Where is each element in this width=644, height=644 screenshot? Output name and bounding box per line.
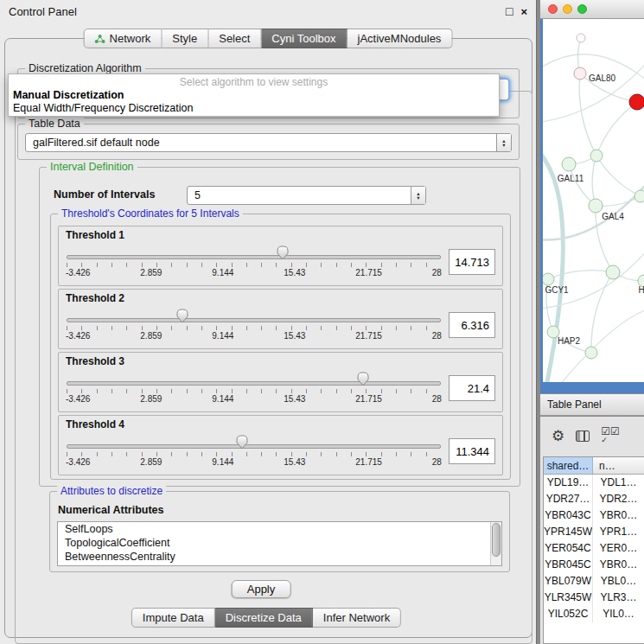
tick-label: 21.715 — [355, 457, 382, 467]
column-selector-icon[interactable] — [576, 430, 590, 442]
table-row[interactable]: YPR145W YPR1… — [544, 524, 644, 540]
attributes-list[interactable]: SelfLoops TopologicalCoefficient Between… — [57, 521, 502, 566]
table-cell[interactable]: YBR0… — [593, 507, 644, 524]
list-item[interactable]: TopologicalCoefficient — [58, 536, 501, 550]
table-cell[interactable]: YDR2… — [593, 491, 644, 507]
threshold-value-field[interactable]: 14.713 — [449, 249, 495, 275]
list-item[interactable]: SelfLoops — [58, 522, 501, 536]
scrollbar-thumb[interactable] — [492, 523, 501, 557]
slider-thumb[interactable] — [176, 309, 188, 323]
network-node[interactable] — [606, 265, 620, 279]
table-row[interactable]: YBL079W YBL0… — [544, 573, 644, 590]
tab-network[interactable]: Network — [84, 29, 163, 48]
table-cell[interactable]: YBL0… — [593, 573, 644, 590]
group-label: Threshold's Coordinates for 5 Intervals — [58, 207, 243, 220]
threshold-slider[interactable]: -3.426 2.859 9.144 15.43 21.715 28 — [66, 431, 442, 471]
table-cell[interactable]: YIL0… — [593, 606, 644, 622]
table-row[interactable]: YIL052C YIL0… — [544, 606, 644, 622]
control-panel-window: Control Panel □ × Network Style S — [0, 0, 537, 644]
table-data-combobox[interactable]: galFiltered.sif default node ▴▾ — [25, 133, 512, 152]
tab-select[interactable]: Select — [208, 29, 261, 48]
close-traffic-light[interactable] — [548, 4, 558, 14]
network-canvas[interactable]: GAL80GAL11GAL4GCY1HHAP2 — [543, 19, 644, 382]
threshold-value-field[interactable]: 11.344 — [449, 438, 495, 464]
combobox-value: 5 — [188, 189, 411, 201]
table-cell[interactable]: YBR043C — [544, 507, 593, 524]
table-cell[interactable]: YER054C — [544, 540, 593, 557]
network-node[interactable] — [634, 190, 644, 202]
slider-track[interactable] — [67, 444, 441, 449]
tab-impute-data[interactable]: Impute Data — [131, 608, 215, 628]
network-edge[interactable] — [548, 271, 613, 279]
minimize-traffic-light[interactable] — [563, 4, 572, 14]
tab-discretize-data[interactable]: Discretize Data — [215, 608, 313, 628]
table-row[interactable]: YER054C YER0… — [544, 540, 644, 557]
threshold-value-field[interactable]: 21.4 — [449, 375, 495, 401]
tab-cyni-toolbox[interactable]: Cyni Toolbox — [261, 29, 347, 48]
table-cell[interactable]: YLR3… — [593, 590, 644, 606]
network-node[interactable] — [543, 273, 554, 285]
threshold-slider[interactable]: -3.426 2.859 9.144 15.43 21.715 28 — [66, 305, 442, 345]
table-cell[interactable]: YDR27… — [544, 491, 593, 507]
tab-jactivemnodules[interactable]: jActiveMNodules — [348, 29, 453, 48]
control-panel-titlebar[interactable]: Control Panel □ × — [0, 0, 536, 22]
group-label: Table Data — [25, 118, 84, 131]
combobox-stepper-icon[interactable]: ▴▾ — [496, 134, 511, 151]
network-edge[interactable] — [592, 156, 596, 206]
node-attribute-table[interactable]: shared… n… YDL19… YDL1… YDR27… YDR2… YBR… — [543, 456, 644, 644]
slider-track[interactable] — [67, 381, 441, 386]
table-row[interactable]: YDL19… YDL1… — [544, 475, 644, 491]
threshold-value-field[interactable]: 6.316 — [449, 312, 495, 338]
table-cell[interactable]: YPR145W — [544, 524, 593, 540]
slider-thumb[interactable] — [357, 372, 369, 386]
table-cell[interactable]: YBL079W — [544, 573, 593, 590]
table-cell[interactable]: YDL19… — [544, 475, 593, 491]
threshold-slider[interactable]: -3.426 2.859 9.144 15.43 21.715 28 — [66, 242, 442, 282]
combobox-stepper-icon[interactable]: ▴▾ — [411, 187, 425, 204]
slider-track[interactable] — [67, 318, 441, 322]
network-node[interactable] — [629, 94, 644, 110]
network-window-titlebar[interactable] — [540, 0, 644, 19]
dropdown-option-equal-width-frequency[interactable]: Equal Width/Frequency Discretization — [9, 101, 499, 114]
list-item[interactable]: BetweennessCentrality — [58, 550, 501, 564]
row-selection-icons[interactable]: ☑☑✓ — [601, 427, 620, 444]
network-edge[interactable] — [596, 102, 637, 156]
tab-infer-network[interactable]: Infer Network — [313, 608, 401, 628]
network-node[interactable] — [589, 199, 603, 213]
tab-style[interactable]: Style — [162, 29, 208, 48]
network-node[interactable] — [577, 34, 585, 42]
table-cell[interactable]: YDL1… — [593, 475, 644, 491]
table-cell[interactable]: YIL052C — [544, 606, 593, 622]
table-row[interactable]: YBR043C YBR0… — [544, 507, 644, 524]
network-edge[interactable] — [596, 156, 641, 196]
network-node[interactable] — [574, 67, 586, 80]
table-cell[interactable]: YBR045C — [544, 557, 593, 573]
slider-thumb[interactable] — [277, 245, 289, 260]
threshold-slider[interactable]: -3.426 2.859 9.144 15.43 21.715 28 — [66, 368, 442, 408]
number-of-intervals-combobox[interactable]: 5 ▴▾ — [187, 186, 426, 205]
slider-thumb[interactable] — [236, 435, 248, 450]
table-cell[interactable]: YPR1… — [593, 524, 644, 540]
network-node[interactable] — [590, 150, 603, 162]
table-row[interactable]: YDR27… YDR2… — [544, 491, 644, 507]
float-window-icon[interactable]: □ — [506, 4, 513, 18]
table-row[interactable]: YBR045C YBR0… — [544, 557, 644, 573]
zoom-traffic-light[interactable] — [577, 4, 587, 14]
network-edge[interactable] — [569, 164, 596, 206]
gear-icon[interactable]: ⚙ — [552, 429, 564, 443]
vertical-scrollbar[interactable] — [490, 522, 501, 565]
table-cell[interactable]: YER0… — [593, 540, 644, 557]
table-cell[interactable]: YLR345W — [544, 590, 593, 606]
network-node[interactable] — [585, 347, 597, 359]
table-panel-titlebar[interactable]: Table Panel — [540, 393, 644, 416]
dropdown-option-manual-discretization[interactable]: Manual Discretization — [9, 88, 499, 101]
table-cell[interactable]: YBR0… — [593, 557, 644, 573]
slider-track[interactable] — [67, 255, 441, 259]
table-row[interactable]: YLR345W YLR3… — [544, 590, 644, 606]
apply-button[interactable]: Apply — [232, 580, 291, 598]
column-header-name[interactable]: n… — [593, 457, 644, 474]
close-window-icon[interactable]: × — [520, 5, 527, 18]
network-node[interactable] — [562, 157, 576, 171]
column-header-shared-name[interactable]: shared… — [544, 457, 593, 474]
network-edge[interactable] — [579, 73, 596, 156]
